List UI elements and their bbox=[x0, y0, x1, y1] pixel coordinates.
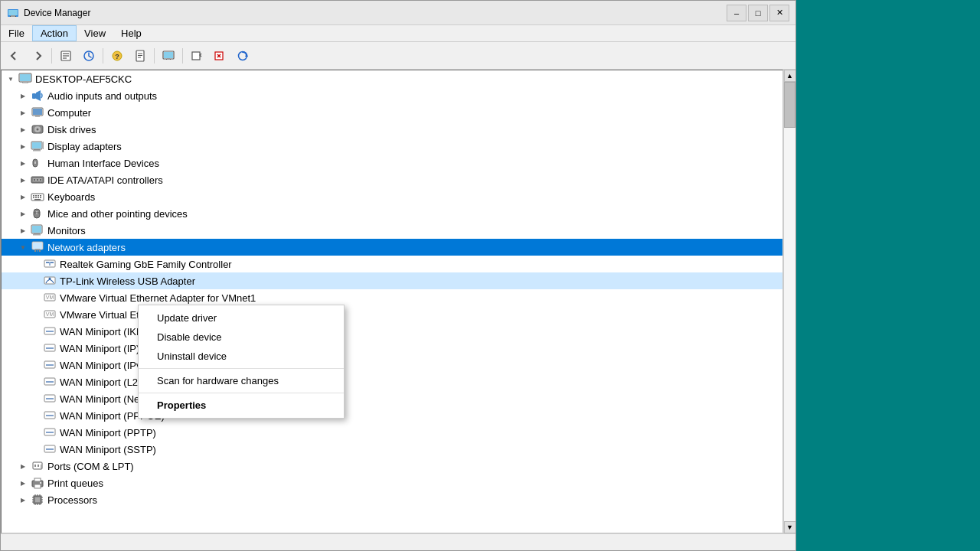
tree-item-processors[interactable]: Processors bbox=[2, 491, 782, 508]
tree-item-disk[interactable]: Disk drives bbox=[2, 121, 782, 138]
ctx-scan-hardware[interactable]: Scan for hardware changes bbox=[139, 371, 344, 390]
wan4-icon bbox=[43, 375, 57, 389]
back-button[interactable] bbox=[4, 45, 25, 67]
processors-expander[interactable] bbox=[17, 494, 29, 506]
svg-rect-63 bbox=[34, 233, 40, 234]
root-label: DESKTOP-AEF5CKC bbox=[35, 73, 132, 85]
monitor-button[interactable] bbox=[158, 45, 179, 67]
disk-expander[interactable] bbox=[17, 123, 29, 135]
svg-rect-37 bbox=[32, 142, 41, 148]
tree-item-keyboard[interactable]: Keyboards bbox=[2, 188, 782, 205]
tree-item-tplink[interactable]: TP-Link Wireless USB Adapter bbox=[2, 272, 782, 289]
svg-rect-40 bbox=[43, 142, 44, 149]
svg-rect-46 bbox=[37, 179, 38, 181]
monitors-expander[interactable] bbox=[17, 224, 29, 236]
svg-text:VM: VM bbox=[46, 295, 54, 300]
close-button[interactable]: ✕ bbox=[769, 5, 789, 21]
tree-item-wan5[interactable]: WAN Miniport (Network Monitor) bbox=[2, 390, 782, 407]
tree-item-monitors[interactable]: Monitors bbox=[2, 222, 782, 239]
tree-item-computer[interactable]: Computer bbox=[2, 104, 782, 121]
tree-item-wan4[interactable]: WAN Miniport (L2TP) bbox=[2, 373, 782, 390]
tree-item-wan-sstp[interactable]: WAN Miniport (SSTP) bbox=[2, 441, 782, 458]
computer-expander[interactable] bbox=[17, 106, 29, 119]
menu-file[interactable]: File bbox=[1, 26, 32, 41]
mice-expander[interactable] bbox=[17, 207, 29, 220]
svg-rect-1 bbox=[8, 10, 18, 15]
tree-item-realtek[interactable]: Realtek Gaming GbE Family Controller bbox=[2, 256, 782, 272]
tree-item-mice[interactable]: Mice and other pointing devices bbox=[2, 205, 782, 222]
ports-label: Ports (COM & LPT) bbox=[47, 461, 134, 472]
menu-view[interactable]: View bbox=[77, 26, 113, 41]
realtek-icon bbox=[43, 257, 57, 271]
forward-button[interactable] bbox=[27, 45, 48, 67]
minimize-button[interactable]: – bbox=[727, 5, 746, 21]
device-manager-window: Device Manager – □ ✕ File Action View He… bbox=[0, 0, 796, 551]
tree-item-ports[interactable]: Ports (COM & LPT) bbox=[2, 458, 782, 474]
tree-item-vmware2[interactable]: VM VMware Virtual Ethernet Adapter for V… bbox=[2, 306, 782, 323]
add-hardware-button[interactable] bbox=[186, 45, 207, 67]
disk-icon bbox=[31, 122, 44, 136]
svg-point-35 bbox=[37, 129, 39, 131]
tree-item-audio[interactable]: Audio inputs and outputs bbox=[2, 87, 782, 104]
maximize-button[interactable]: □ bbox=[748, 5, 768, 21]
disk-label: Disk drives bbox=[47, 124, 96, 135]
scrollbar-vertical[interactable]: ▲ ▼ bbox=[783, 70, 795, 533]
mice-icon bbox=[31, 207, 44, 220]
print-expander[interactable] bbox=[17, 477, 29, 489]
tree-root[interactable]: DESKTOP-AEF5CKC bbox=[2, 70, 782, 87]
tree-item-print[interactable]: Print queues bbox=[2, 474, 782, 491]
menu-bar: File Action View Help bbox=[1, 25, 795, 42]
tree-item-wan1[interactable]: WAN Miniport (IKEv2) bbox=[2, 323, 782, 340]
tree-item-wan-pppoe[interactable]: WAN Miniport (PPPOE) bbox=[2, 407, 782, 424]
ide-icon bbox=[31, 173, 44, 187]
uninstall-button[interactable] bbox=[209, 45, 230, 67]
audio-expander[interactable] bbox=[17, 90, 29, 102]
help-button[interactable]: ? bbox=[106, 45, 128, 67]
tree-item-hid[interactable]: Human Interface Devices bbox=[2, 155, 782, 171]
properties-button[interactable] bbox=[55, 45, 77, 67]
menu-action[interactable]: Action bbox=[32, 25, 77, 41]
svg-rect-26 bbox=[20, 74, 31, 81]
tree-item-vmware1[interactable]: VM VMware Virtual Ethernet Adapter for V… bbox=[2, 289, 782, 306]
scroll-down-button[interactable]: ▼ bbox=[784, 521, 796, 533]
wan3-icon bbox=[43, 358, 57, 372]
tree-panel[interactable]: DESKTOP-AEF5CKC Audio inputs and outputs bbox=[1, 70, 783, 533]
scroll-thumb[interactable] bbox=[784, 82, 795, 128]
network-label: Network adapters bbox=[47, 242, 126, 253]
tree-item-network[interactable]: Network adapters bbox=[2, 239, 782, 256]
display-label: Display adapters bbox=[47, 141, 122, 152]
title-bar: Device Manager – □ ✕ bbox=[1, 1, 795, 25]
svg-rect-100 bbox=[41, 465, 42, 468]
scan-hardware-button[interactable] bbox=[232, 45, 253, 67]
tree-item-wan3[interactable]: WAN Miniport (IPv6) bbox=[2, 357, 782, 373]
ctx-properties[interactable]: Properties bbox=[139, 396, 344, 415]
ide-expander[interactable] bbox=[17, 174, 29, 186]
network-expander[interactable] bbox=[17, 241, 29, 253]
main-area: DESKTOP-AEF5CKC Audio inputs and outputs bbox=[1, 70, 795, 533]
tree-item-ide[interactable]: IDE ATA/ATAPI controllers bbox=[2, 171, 782, 188]
tree-item-display[interactable]: Display adapters bbox=[2, 138, 782, 155]
ctx-uninstall-device[interactable]: Uninstall device bbox=[139, 347, 344, 366]
hid-expander[interactable] bbox=[17, 157, 29, 169]
update-driver-button[interactable] bbox=[78, 45, 100, 67]
svg-rect-66 bbox=[33, 243, 42, 249]
scroll-up-button[interactable]: ▲ bbox=[784, 70, 796, 82]
svg-text:VM: VM bbox=[46, 311, 54, 317]
svg-rect-19 bbox=[192, 52, 200, 60]
ctx-update-driver[interactable]: Update driver bbox=[139, 308, 344, 328]
keyboard-expander[interactable] bbox=[17, 191, 29, 203]
processors-label: Processors bbox=[47, 494, 97, 506]
wan-pptp-label: WAN Miniport (PPTP) bbox=[60, 427, 156, 439]
ports-expander[interactable] bbox=[17, 460, 29, 472]
display-expander[interactable] bbox=[17, 140, 29, 152]
scroll-track[interactable] bbox=[784, 82, 795, 521]
menu-help[interactable]: Help bbox=[113, 26, 149, 41]
ctx-disable-device[interactable]: Disable device bbox=[139, 328, 344, 347]
tree-item-wan2[interactable]: WAN Miniport (IP) bbox=[2, 340, 782, 357]
svg-rect-28 bbox=[23, 81, 28, 83]
driver-details-button[interactable] bbox=[129, 45, 151, 67]
tree-item-wan-pptp[interactable]: WAN Miniport (PPTP) bbox=[2, 424, 782, 441]
svg-rect-68 bbox=[39, 250, 41, 252]
svg-rect-53 bbox=[33, 197, 34, 199]
root-expander[interactable] bbox=[5, 73, 17, 85]
